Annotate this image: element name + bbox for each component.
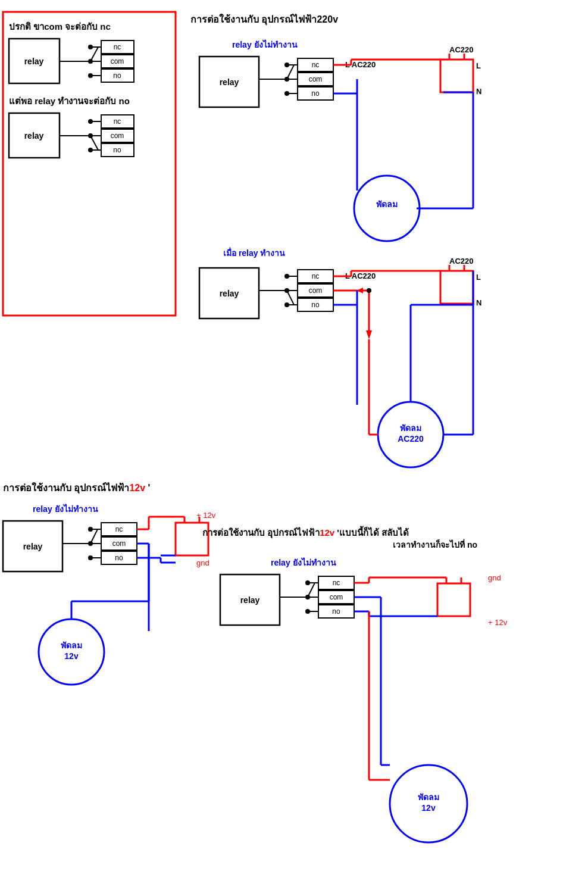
svg-text:nc: nc bbox=[333, 579, 340, 587]
svg-text:no: no bbox=[311, 301, 320, 309]
svg-rect-161 bbox=[318, 605, 354, 618]
svg-text:com: com bbox=[330, 593, 343, 601]
svg-rect-88 bbox=[440, 271, 473, 304]
svg-rect-3 bbox=[101, 40, 134, 54]
svg-point-125 bbox=[88, 527, 93, 532]
svg-text:com: com bbox=[309, 75, 323, 83]
svg-rect-73 bbox=[298, 270, 333, 283]
svg-point-26 bbox=[88, 133, 93, 138]
svg-text:12v: 12v bbox=[64, 651, 79, 661]
svg-rect-159 bbox=[318, 591, 354, 604]
svg-text:relay: relay bbox=[220, 289, 239, 298]
svg-text:แต่พอ  relay ทำงานจะต่อกับ  no: แต่พอ relay ทำงานจะต่อกับ no bbox=[9, 96, 130, 106]
svg-text:no: no bbox=[311, 89, 320, 98]
svg-text:no: no bbox=[113, 71, 121, 80]
svg-rect-0 bbox=[3, 12, 176, 316]
svg-text:nc: nc bbox=[312, 272, 320, 280]
svg-text:L AC220: L AC220 bbox=[345, 271, 376, 280]
svg-text:relay: relay bbox=[23, 542, 43, 551]
svg-text:relay ยังไม่ทำงาน: relay ยังไม่ทำงาน bbox=[232, 39, 298, 49]
svg-point-44 bbox=[284, 77, 289, 82]
svg-text:relay: relay bbox=[220, 77, 239, 87]
svg-rect-133 bbox=[176, 523, 208, 555]
svg-text:nc: nc bbox=[114, 43, 121, 51]
svg-point-28 bbox=[88, 148, 93, 152]
svg-rect-71 bbox=[199, 268, 259, 319]
svg-text:no: no bbox=[113, 146, 121, 154]
svg-line-30 bbox=[90, 136, 98, 150]
svg-text:relay: relay bbox=[24, 57, 44, 66]
svg-text:การต่อใช้งานกับ  อุปกรณ์ไฟฟ้า2: การต่อใช้งานกับ อุปกรณ์ไฟฟ้า220v bbox=[190, 14, 338, 26]
svg-point-104 bbox=[378, 402, 443, 467]
svg-marker-100 bbox=[366, 330, 372, 339]
svg-text:relay: relay bbox=[24, 131, 44, 140]
svg-point-80 bbox=[284, 274, 289, 279]
svg-rect-40 bbox=[298, 73, 333, 86]
svg-point-124 bbox=[88, 541, 93, 546]
svg-text:com: com bbox=[111, 132, 124, 140]
svg-point-103 bbox=[367, 288, 371, 293]
svg-line-48 bbox=[287, 65, 294, 79]
svg-text:com: com bbox=[112, 539, 126, 548]
svg-line-13 bbox=[90, 47, 98, 61]
svg-text:AC220: AC220 bbox=[449, 257, 473, 266]
svg-point-10 bbox=[88, 45, 93, 49]
svg-rect-116 bbox=[3, 521, 62, 572]
svg-text:เวลาทำงานก็จะไปที่  no: เวลาทำงานก็จะไปที่ no bbox=[393, 539, 477, 549]
svg-rect-7 bbox=[101, 69, 134, 82]
svg-rect-18 bbox=[9, 113, 60, 158]
svg-rect-20 bbox=[101, 115, 134, 128]
svg-rect-120 bbox=[101, 537, 137, 550]
svg-line-83 bbox=[287, 291, 294, 305]
svg-text:พัดลม: พัดลม bbox=[376, 199, 398, 209]
svg-text:nc: nc bbox=[312, 61, 320, 69]
svg-point-165 bbox=[305, 609, 310, 614]
svg-point-11 bbox=[88, 73, 93, 78]
svg-rect-22 bbox=[101, 129, 134, 142]
svg-rect-77 bbox=[298, 298, 333, 311]
svg-point-81 bbox=[284, 302, 289, 307]
svg-text:L AC220: L AC220 bbox=[345, 60, 376, 69]
svg-point-79 bbox=[284, 288, 289, 293]
svg-rect-42 bbox=[298, 87, 333, 100]
svg-text:พัดลม: พัดลม bbox=[61, 641, 82, 650]
svg-text:การต่อใช้งานกับ  อุปกรณ์ไฟฟ้า1: การต่อใช้งานกับ อุปกรณ์ไฟฟ้า12v ' bbox=[3, 482, 150, 494]
svg-text:gnd: gnd bbox=[488, 573, 501, 582]
svg-rect-38 bbox=[298, 58, 333, 71]
page-container: ปรกติ ขาcom จะต่อกับ nc relay nc com no … bbox=[0, 0, 588, 893]
svg-text:no: no bbox=[115, 554, 123, 562]
svg-point-163 bbox=[305, 595, 310, 600]
svg-text:relay ยังไม่ทำงาน: relay ยังไม่ทำงาน bbox=[33, 504, 98, 514]
svg-text:N: N bbox=[476, 87, 481, 96]
svg-text:พัดลม: พัดลม bbox=[418, 792, 439, 802]
svg-rect-36 bbox=[199, 57, 259, 107]
svg-rect-118 bbox=[101, 523, 137, 536]
svg-text:L: L bbox=[476, 61, 481, 70]
svg-text:เมื่อ  relay ทำงาน: เมื่อ relay ทำงาน bbox=[223, 247, 285, 258]
svg-rect-157 bbox=[318, 576, 354, 589]
svg-text:+ 12v: + 12v bbox=[488, 618, 508, 627]
svg-text:N: N bbox=[476, 298, 481, 307]
svg-rect-5 bbox=[101, 55, 134, 68]
svg-rect-24 bbox=[101, 143, 134, 157]
svg-rect-1 bbox=[9, 39, 60, 83]
svg-text:nc: nc bbox=[115, 525, 123, 533]
svg-text:relay: relay bbox=[240, 595, 260, 605]
svg-point-185 bbox=[390, 765, 467, 842]
svg-point-9 bbox=[88, 59, 93, 64]
svg-text:L: L bbox=[476, 273, 481, 282]
svg-rect-122 bbox=[101, 551, 137, 564]
svg-text:nc: nc bbox=[114, 117, 121, 126]
svg-point-46 bbox=[284, 91, 289, 96]
svg-point-27 bbox=[88, 119, 93, 124]
svg-point-164 bbox=[305, 580, 310, 585]
svg-text:12v: 12v bbox=[421, 803, 436, 813]
intro-normal-title: ปรกติ ขาcom จะต่อกับ nc bbox=[9, 21, 111, 32]
svg-text:com: com bbox=[111, 57, 124, 65]
svg-text:AC220: AC220 bbox=[398, 434, 424, 444]
svg-rect-53 bbox=[440, 60, 473, 92]
svg-text:การต่อใช้งานกับ  อุปกรณ์ไฟฟ้า1: การต่อใช้งานกับ อุปกรณ์ไฟฟ้า12v 'แบบนี้ก… bbox=[202, 526, 409, 539]
svg-rect-155 bbox=[220, 574, 280, 625]
svg-text:พัดลม: พัดลม bbox=[400, 423, 421, 433]
svg-text:gnd: gnd bbox=[196, 558, 209, 567]
